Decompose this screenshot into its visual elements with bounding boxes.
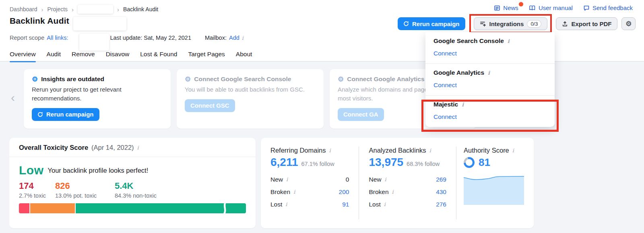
toxicity-bar bbox=[19, 203, 246, 213]
card-title: Connect Google Search Console bbox=[194, 76, 291, 83]
refresh-icon bbox=[403, 21, 409, 27]
row-value-link[interactable]: 276 bbox=[436, 201, 446, 208]
authority-score-trend-chart bbox=[464, 174, 524, 205]
breadcrumb-dashboard[interactable]: Dashboard bbox=[10, 6, 37, 12]
project-name-redacted bbox=[73, 17, 126, 31]
integrations-highlight-box: Integrations 0/3 bbox=[469, 14, 552, 33]
toxic-bar-segment bbox=[19, 203, 30, 213]
row-value-link[interactable]: 200 bbox=[339, 188, 349, 196]
card-rerun-label: Rerun campaign bbox=[46, 111, 94, 118]
news-icon bbox=[494, 5, 500, 11]
info-icon[interactable]: i bbox=[462, 102, 464, 108]
gear-icon: ⚙ bbox=[32, 76, 38, 83]
connect-gsc-menu-link[interactable]: Connect bbox=[433, 50, 547, 57]
refresh-icon bbox=[37, 112, 43, 117]
analyzed-backlinks-follow: 68.3% follow bbox=[407, 161, 440, 167]
send-feedback-link[interactable]: Send feedback bbox=[583, 4, 633, 11]
info-icon[interactable]: i bbox=[384, 176, 386, 182]
pot-toxic-bar-segment bbox=[30, 203, 76, 213]
row-value-link[interactable]: 269 bbox=[436, 176, 446, 183]
connect-majestic-menu-link[interactable]: Connect bbox=[433, 113, 547, 121]
pot-toxic-count: 826 bbox=[55, 181, 115, 191]
send-feedback-label: Send feedback bbox=[592, 4, 633, 11]
carousel-prev-arrow[interactable]: ‹ bbox=[11, 92, 15, 104]
row-value: 0 bbox=[346, 176, 349, 183]
gear-icon: ⚙ bbox=[185, 76, 191, 83]
card-body: You will be able to audit backlinks from… bbox=[185, 85, 316, 94]
row-label: Broken bbox=[270, 188, 290, 196]
toxicity-message: Your backlink profile looks perfect! bbox=[48, 167, 149, 174]
news-link[interactable]: News bbox=[494, 4, 518, 11]
breadcrumb-projects[interactable]: Projects bbox=[47, 6, 68, 12]
breadcrumb: Dashboard › Projects › › Backlink Audit bbox=[10, 5, 158, 14]
row-value-link[interactable]: 430 bbox=[436, 188, 446, 196]
tab-overview[interactable]: Overview bbox=[10, 51, 36, 61]
settings-button[interactable]: ⚙ bbox=[621, 17, 636, 30]
report-scope-label: Report scope bbox=[10, 35, 44, 41]
menu-item-google-analytics: Google Analytics i Connect bbox=[425, 63, 555, 95]
info-icon[interactable]: i bbox=[488, 70, 490, 76]
connect-ga-label: Connect GA bbox=[343, 111, 378, 118]
chevron-right-icon: › bbox=[117, 6, 119, 13]
info-icon[interactable]: i bbox=[137, 145, 139, 151]
tab-audit[interactable]: Audit bbox=[47, 51, 61, 61]
menu-item-google-search-console: Google Search Console i Connect bbox=[425, 32, 555, 63]
authority-score-donut bbox=[464, 157, 475, 168]
integrations-button[interactable]: Integrations 0/3 bbox=[474, 17, 548, 30]
info-icon[interactable]: i bbox=[512, 147, 514, 153]
toxic-count: 174 bbox=[19, 181, 55, 191]
non-toxic-label: 84.3% non-toxic bbox=[115, 192, 157, 199]
row-value-link[interactable]: 91 bbox=[342, 201, 349, 208]
user-manual-link[interactable]: User manual bbox=[529, 4, 573, 11]
integrations-count-badge: 0/3 bbox=[527, 20, 541, 28]
tab-target-pages[interactable]: Target Pages bbox=[188, 51, 225, 61]
info-icon[interactable]: i bbox=[392, 189, 394, 195]
page-title: Backlink Audit bbox=[10, 16, 69, 26]
card-title: Insights are outdated bbox=[41, 76, 104, 83]
info-icon[interactable]: i bbox=[329, 147, 331, 153]
rerun-campaign-button[interactable]: Rerun campaign bbox=[398, 17, 465, 30]
card-rerun-campaign-button[interactable]: Rerun campaign bbox=[32, 108, 99, 121]
info-icon[interactable]: i bbox=[285, 201, 287, 207]
info-icon[interactable]: i bbox=[293, 189, 295, 195]
connect-gsc-label: Connect GSC bbox=[190, 102, 229, 109]
tab-disavow[interactable]: Disavow bbox=[106, 51, 130, 61]
card-title: Connect Google Analytics bbox=[347, 76, 424, 83]
tab-bar: Overview Audit Remove Disavow Lost & Fou… bbox=[10, 51, 252, 61]
info-icon[interactable]: i bbox=[242, 35, 244, 41]
meta-row: Report scope All links: Last update: Sat… bbox=[10, 35, 244, 41]
table-row: Newi 269 bbox=[369, 173, 446, 186]
header-buttons: Rerun campaign Integrations 0/3 Export t… bbox=[398, 14, 636, 33]
info-icon[interactable]: i bbox=[429, 147, 431, 153]
mailbox-add-link[interactable]: Add bbox=[229, 35, 239, 41]
connect-ga-button[interactable]: Connect GA bbox=[338, 108, 384, 121]
connect-ga-menu-link[interactable]: Connect bbox=[433, 82, 547, 89]
info-icon[interactable]: i bbox=[508, 38, 510, 44]
export-pdf-button[interactable]: Export to PDF bbox=[556, 17, 617, 30]
non-toxic-count: 5.4K bbox=[115, 181, 157, 191]
integrations-label: Integrations bbox=[489, 20, 524, 27]
tab-lost-found[interactable]: Lost & Found bbox=[140, 51, 177, 61]
integration-name: Google Search Console bbox=[433, 37, 504, 45]
row-label: Broken bbox=[369, 188, 388, 196]
integrations-icon bbox=[480, 21, 486, 27]
integration-name: Google Analytics bbox=[433, 69, 484, 76]
bar-break-squiggle bbox=[221, 203, 228, 213]
chevron-right-icon: › bbox=[72, 6, 74, 13]
info-icon[interactable]: i bbox=[384, 201, 386, 207]
toxicity-date: (Apr 14, 2022) bbox=[91, 144, 134, 151]
authority-score-title: Authority Score bbox=[464, 147, 509, 154]
gear-icon: ⚙ bbox=[625, 20, 632, 28]
notification-dot bbox=[519, 2, 523, 6]
user-manual-label: User manual bbox=[539, 4, 573, 11]
chevron-right-icon: › bbox=[41, 6, 43, 13]
all-links-link[interactable]: All links: bbox=[47, 35, 68, 41]
tab-remove[interactable]: Remove bbox=[72, 51, 95, 61]
table-row: Losti 276 bbox=[369, 198, 446, 211]
table-row: Newi 0 bbox=[270, 173, 349, 186]
toxic-label: 2.7% toxic bbox=[19, 192, 55, 199]
tab-about[interactable]: About bbox=[236, 51, 252, 61]
info-icon[interactable]: i bbox=[286, 176, 288, 182]
connect-gsc-button[interactable]: Connect GSC bbox=[185, 99, 235, 112]
integrations-dropdown: Google Search Console i Connect Google A… bbox=[425, 32, 555, 127]
